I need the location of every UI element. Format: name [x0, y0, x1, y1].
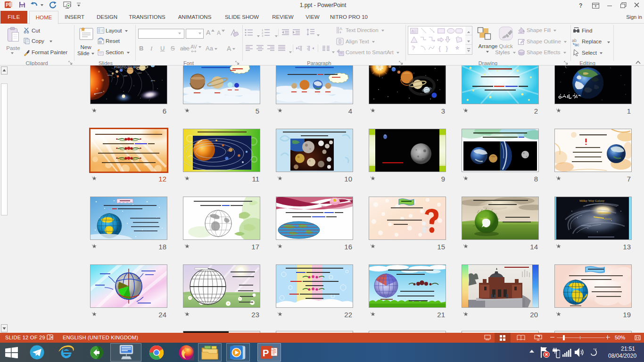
svg-text:ac: ac	[575, 42, 579, 46]
svg-text:saturn: saturn	[138, 72, 142, 74]
svg-text:jupiter: jupiter	[123, 75, 127, 77]
svg-text:P: P	[6, 2, 9, 8]
svg-text:mercury: mercury	[107, 74, 113, 76]
svg-text:Milky Way Galaxy: Milky Way Galaxy	[579, 199, 605, 203]
svg-text:{: {	[439, 45, 441, 52]
svg-text:P: P	[263, 348, 269, 358]
svg-text:galaxy: galaxy	[151, 80, 155, 82]
svg-text:3: 3	[262, 34, 264, 37]
svg-text:A: A	[339, 26, 342, 31]
svg-text:}: }	[446, 45, 448, 52]
